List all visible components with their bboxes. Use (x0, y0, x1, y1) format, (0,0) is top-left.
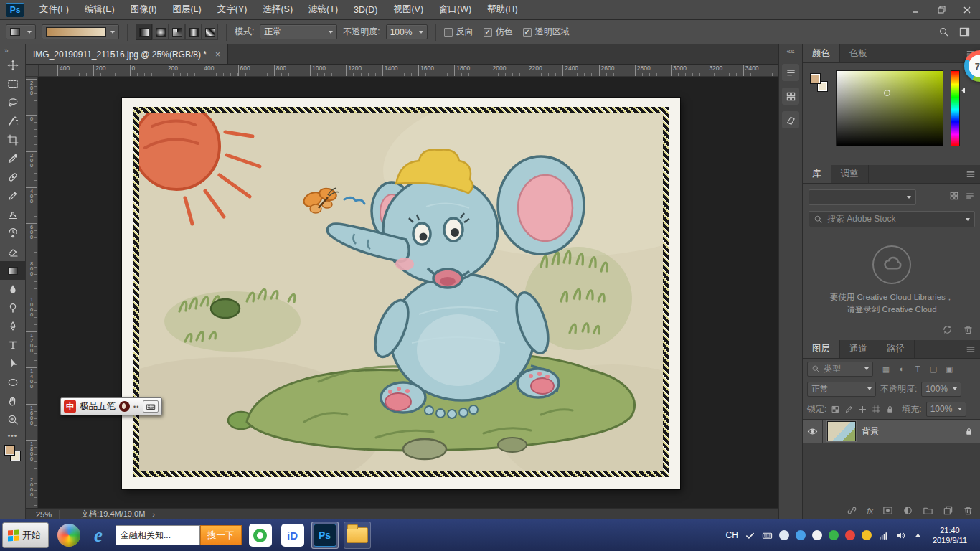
stock-tray-icon[interactable] (878, 530, 889, 541)
new-group-icon[interactable] (923, 505, 933, 516)
lock-transparency-icon[interactable] (831, 405, 840, 414)
path-select-tool[interactable] (0, 354, 26, 373)
ie-browser-icon[interactable]: e (88, 522, 109, 549)
workspace-switcher-icon[interactable] (959, 27, 970, 37)
gradient-type-radial[interactable] (152, 24, 169, 40)
opacity-select[interactable]: 100% (386, 24, 428, 39)
qq-tray-icon[interactable] (796, 530, 806, 540)
marquee-tool[interactable] (0, 75, 26, 93)
menu-item-3d[interactable]: 3D(D) (346, 0, 385, 20)
blend-mode-select[interactable]: 正常 (807, 382, 876, 397)
healing-brush-tool[interactable] (0, 168, 26, 187)
tab-swatches[interactable]: 色板 (840, 44, 877, 62)
color-swatches[interactable] (4, 444, 22, 463)
canvas-area[interactable]: 中 极品五笔 •• (39, 77, 778, 508)
saturation-brightness-field[interactable] (836, 70, 943, 146)
layer-visibility-eye-icon[interactable] (803, 420, 823, 443)
menu-item-edit[interactable]: 编辑(E) (77, 0, 123, 20)
hue-slider-arrow[interactable] (961, 88, 965, 93)
layer-thumbnail[interactable] (827, 421, 856, 441)
blur-tool[interactable] (0, 280, 26, 298)
checkbox-box[interactable]: ✓ (523, 28, 532, 37)
history-panel-icon[interactable] (782, 64, 799, 81)
taskbar-clock[interactable]: 21:40 2019/9/11 (930, 525, 973, 545)
hao123-ball-icon[interactable] (55, 522, 83, 549)
collapse-tools-icon[interactable]: » (0, 44, 25, 56)
soft-keyboard-icon[interactable] (762, 530, 773, 541)
layer-name[interactable]: 背景 (862, 425, 879, 438)
tab-layers[interactable]: 图层 (803, 340, 840, 358)
wechat-tray-icon[interactable] (812, 530, 822, 540)
file-explorer-icon[interactable] (344, 522, 371, 549)
menu-item-window[interactable]: 窗口(W) (431, 0, 479, 20)
menu-item-filter[interactable]: 滤镜(T) (301, 0, 346, 20)
color-picker-marker[interactable] (884, 90, 890, 96)
history-brush-tool[interactable] (0, 224, 26, 242)
layer-style-icon[interactable]: fx (867, 506, 873, 516)
list-view-icon[interactable] (965, 191, 975, 201)
restore-button[interactable] (928, 0, 954, 20)
edit-toolbar-icon[interactable]: ••• (0, 432, 25, 440)
ime-logo[interactable]: 中 (64, 400, 76, 413)
hidden-icons-arrow[interactable] (913, 530, 923, 541)
eyedropper-tool[interactable] (0, 149, 26, 168)
layer-row-background[interactable]: 背景 (803, 420, 980, 443)
tab-paths[interactable]: 路径 (877, 340, 915, 358)
tab-color[interactable]: 颜色 (803, 44, 840, 62)
photoshop-taskbar-icon[interactable]: Ps (311, 522, 339, 549)
gradient-type-linear[interactable] (136, 24, 152, 40)
clone-stamp-tool[interactable] (0, 205, 26, 224)
pen-tool[interactable] (0, 317, 26, 336)
panel-menu-icon[interactable] (966, 340, 980, 358)
tab-adjustments[interactable]: 调整 (831, 165, 869, 183)
security-tray-icon[interactable] (845, 530, 855, 540)
language-indicator[interactable]: CH (726, 530, 738, 540)
ellipse-tool[interactable] (0, 373, 26, 392)
type-filter-icon[interactable]: T (910, 362, 925, 376)
gradient-type-angle[interactable] (169, 24, 185, 40)
menu-item-file[interactable]: 文件(F) (32, 0, 77, 20)
panel-menu-icon[interactable] (966, 165, 980, 183)
swatch-grid-panel-icon[interactable] (782, 88, 799, 105)
menu-item-help[interactable]: 帮助(H) (479, 0, 525, 20)
adjustment-filter-icon[interactable]: ◐ (895, 362, 909, 376)
menu-item-type[interactable]: 文字(Y) (209, 0, 255, 20)
expand-panels-icon[interactable]: «« (779, 44, 802, 57)
document-tab[interactable]: IMG_20190911_211516.jpg @ 25%(RGB/8) * × (26, 44, 228, 64)
lock-position-icon[interactable] (858, 405, 867, 414)
trash-icon[interactable] (963, 324, 974, 335)
sync-icon[interactable] (942, 324, 953, 335)
magic-wand-tool[interactable] (0, 112, 26, 131)
ime-mode-icon[interactable] (119, 401, 130, 412)
taskbar-search-input[interactable]: 金融相关知... (116, 525, 200, 545)
ime-handle-icon[interactable]: •• (133, 403, 139, 410)
search-icon[interactable] (938, 27, 949, 37)
lock-artboard-icon[interactable] (872, 405, 881, 414)
lock-pixels-icon[interactable] (844, 405, 854, 414)
gradient-tool[interactable] (0, 261, 26, 280)
move-tool[interactable] (0, 56, 26, 75)
3d-panel-icon[interactable] (782, 111, 799, 128)
menu-item-image[interactable]: 图像(I) (123, 0, 165, 20)
gradient-type-reflected[interactable] (185, 24, 202, 40)
status-options-chevron[interactable]: › (145, 510, 155, 519)
tab-libraries[interactable]: 库 (803, 165, 831, 183)
start-button[interactable]: 开始 (2, 522, 49, 548)
volume-icon[interactable] (895, 530, 906, 541)
blend-mode-select[interactable]: 正常 (260, 24, 337, 39)
gradient-picker[interactable] (42, 24, 119, 39)
foreground-color-swatch[interactable] (810, 73, 821, 84)
close-button[interactable] (954, 0, 980, 20)
library-select[interactable] (809, 189, 916, 205)
shape-filter-icon[interactable]: ▢ (926, 362, 941, 376)
layer-filter-select[interactable]: 类型 (807, 362, 873, 377)
ime-status-icon[interactable] (745, 530, 755, 541)
adjustment-layer-icon[interactable] (903, 505, 913, 516)
foreground-color-swatch[interactable] (4, 445, 15, 456)
checkbox-box[interactable]: ✓ (484, 28, 492, 37)
checkbox-box[interactable] (444, 28, 453, 37)
pencil-tool[interactable] (0, 187, 26, 205)
delete-layer-icon[interactable] (963, 505, 974, 516)
menu-item-select[interactable]: 选择(S) (255, 0, 301, 20)
close-tab-icon[interactable]: × (215, 50, 220, 60)
